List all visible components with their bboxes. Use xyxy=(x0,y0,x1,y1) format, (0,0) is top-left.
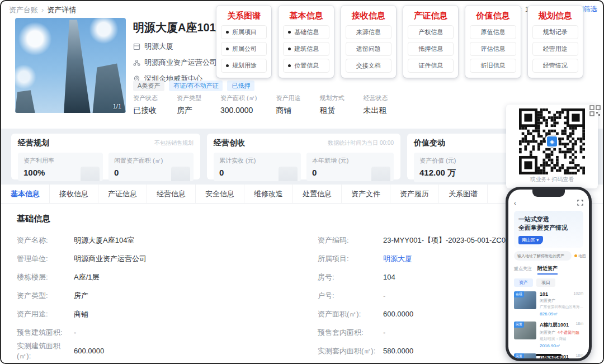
field-value: - xyxy=(74,328,318,337)
project-link[interactable]: 明源大厦 xyxy=(383,254,412,264)
stat-card-operation-planning: 经营规划 不包括销售规划 资产利用率 100% 闲置资产面积 (㎡) 0 xyxy=(11,134,200,179)
bullet-icon xyxy=(288,48,291,50)
phone-hero-title-line2: 全面掌握资产情况 xyxy=(518,224,579,232)
nav-item-label: 基础信息 xyxy=(294,28,319,36)
nav-card-value-info: 价值信息 原值信息 评估信息 折旧信息 xyxy=(465,6,520,78)
organization-icon xyxy=(133,59,140,67)
form-left-column: 资产名称:明源大厦A座104室 管理单位:明源商业资产运营公司 楼栋楼层:A座/… xyxy=(17,231,318,360)
field-presale-building-area: 预售建筑面积:- xyxy=(17,323,318,342)
tab-safety-info[interactable]: 安全信息 xyxy=(196,185,244,203)
breadcrumb-asset-ledger[interactable]: 资产台账 xyxy=(9,6,38,14)
nav-item[interactable]: 证件信息 xyxy=(408,59,454,73)
tab-receive-info[interactable]: 接收信息 xyxy=(50,185,98,203)
stat-utilization-rate: 资产利用率 100% xyxy=(18,153,103,181)
phone-filter-pills: 资产 项目 xyxy=(514,278,583,287)
tab-asset-files[interactable]: 资产文件 xyxy=(342,185,390,203)
nav-item[interactable]: 经营情况 xyxy=(532,59,578,73)
tab-certificate-info[interactable]: 产证信息 xyxy=(98,185,147,203)
stat-label: 资产利用率 xyxy=(23,157,97,165)
mini-qr-icon[interactable] xyxy=(589,105,601,116)
nav-item[interactable]: 位置信息 xyxy=(283,59,329,73)
nav-item-label: 所属项目 xyxy=(232,28,257,36)
phone-tab-nearby-assets[interactable]: 附近资产 xyxy=(537,265,558,275)
nav-item[interactable]: 交接文档 xyxy=(346,59,391,73)
breadcrumb-asset-detail: 资产详情 xyxy=(47,6,76,14)
stat-label: 累计实收 (元) xyxy=(219,157,295,165)
phone-back-icon[interactable]: ‹ xyxy=(514,200,516,206)
nav-item[interactable]: 产权信息 xyxy=(408,25,454,39)
field-value: 明源大厦A座104室 xyxy=(74,235,318,245)
phone-region-dropdown[interactable]: 南山区 ▾ xyxy=(518,236,543,244)
nav-item[interactable]: 折旧信息 xyxy=(470,59,516,73)
phone-home-indicator xyxy=(536,354,561,356)
field-label: 所属项目: xyxy=(318,254,383,264)
asset-item-area: 826.09㎡ xyxy=(540,311,583,317)
tab-basic-info[interactable]: 基本信息 xyxy=(1,185,50,203)
tab-operation-info[interactable]: 经营信息 xyxy=(147,185,196,203)
asset-tags: A类资产 有证/有不动产证 已抵押 xyxy=(133,81,254,91)
stat-year-new: 本年新增 (元) 0 xyxy=(306,153,394,181)
nav-item[interactable]: 遗留问题 xyxy=(346,42,391,56)
nav-card-planning-info: 规划信息 规划记录 经营用途 经营情况 xyxy=(528,6,583,78)
tab-maintenance[interactable]: 维修改造 xyxy=(244,185,293,203)
stat-watermark-icon xyxy=(81,167,100,181)
field-building-floor: 楼栋楼层:A座/1层 xyxy=(17,268,318,286)
nav-item[interactable]: 所属项目 xyxy=(221,25,267,39)
asset-tag-badge: 闲置 xyxy=(514,353,524,358)
asset-item-warning: 4个遗留问题 xyxy=(558,330,579,334)
tag-mortgaged: 已抵押 xyxy=(227,81,254,91)
field-label: 户号: xyxy=(318,291,383,301)
phone-pill-projects[interactable]: 项目 xyxy=(536,278,555,287)
field-value: 明源商业资产运营公司 xyxy=(74,254,318,264)
phone-asset-list-item[interactable]: 闲置 A栋/1层100118m 闲置资产4个遗留问题 规划/现状：商铺 2016… xyxy=(514,322,583,349)
project-row: 明源大厦 xyxy=(133,41,217,51)
nav-item-label: 评估信息 xyxy=(480,45,505,53)
nav-item-label: 产权信息 xyxy=(418,28,443,36)
stat-card-note: 数据统计时间为当日 00:00 xyxy=(328,139,394,147)
tab-relation-graph[interactable]: 关系图谱 xyxy=(439,185,488,203)
stat-card-operation-revenue: 经营创收 数据统计时间为当日 00:00 累计实收 (元) 0 本年新增 (元)… xyxy=(207,134,400,179)
asset-item-distance: 18m xyxy=(575,353,583,358)
phone-hero-banner: 一站式穿透 全面掌握资产情况 南山区 ▾ xyxy=(514,211,583,248)
field-value: 商铺 xyxy=(74,309,318,319)
phone-map-link[interactable]: 地图 xyxy=(574,253,586,259)
stat-watermark-icon xyxy=(371,167,390,181)
summary-label: 资产状态 xyxy=(133,94,158,102)
summary-value: 已接收 xyxy=(133,106,158,116)
breadcrumb-separator: › xyxy=(41,6,44,14)
stat-card-title: 价值变动 xyxy=(414,138,445,148)
nav-item[interactable]: 规划记录 xyxy=(532,25,578,39)
field-label: 房号: xyxy=(318,272,383,282)
phone-scan-icon[interactable] xyxy=(577,200,583,206)
tab-disposal-info[interactable]: 处置信息 xyxy=(293,185,342,203)
nav-item[interactable]: 规划用途 xyxy=(221,59,267,73)
nav-item[interactable]: 抵押信息 xyxy=(408,42,454,56)
nav-item[interactable]: 原值信息 xyxy=(470,25,516,39)
tab-asset-history[interactable]: 资产履历 xyxy=(390,185,439,203)
qr-code: ◈ xyxy=(519,108,585,174)
phone-pill-assets[interactable]: 资产 xyxy=(514,278,533,287)
nav-item[interactable]: 评估信息 xyxy=(470,42,516,56)
field-value: 600.0000 xyxy=(383,310,413,318)
qr-code-card: ◈ 或业务+ 扫码查看 xyxy=(506,105,598,188)
stat-idle-area: 闲置资产面积 (㎡) 0 xyxy=(108,153,194,181)
summary-asset-area: 资产面积 (㎡) 300.0000 xyxy=(220,94,271,116)
phone-tab-featured[interactable]: 重点关注 xyxy=(514,266,532,272)
field-label: 楼栋楼层: xyxy=(17,272,74,282)
nav-card-title: 基本信息 xyxy=(283,11,329,21)
asset-item-status: 闲置资产 xyxy=(540,298,583,304)
nav-item[interactable]: 来源信息 xyxy=(346,25,391,39)
nav-item[interactable]: 所属公司 xyxy=(221,42,267,56)
summary-label: 规划方式 xyxy=(319,94,344,102)
phone-search-input[interactable] xyxy=(514,251,572,261)
nav-item[interactable]: 建筑信息 xyxy=(283,42,329,56)
asset-tag-badge: 闲置 xyxy=(514,322,524,328)
bullet-icon xyxy=(288,31,291,34)
nav-item[interactable]: 经营用途 xyxy=(532,42,578,56)
field-value: - xyxy=(383,328,385,337)
phone-asset-list-item[interactable]: 在租 101102m 闲置资产 广东省深圳市南山区粤海街道 826.09㎡ xyxy=(514,291,583,317)
nav-item[interactable]: 基础信息 xyxy=(283,25,329,39)
stat-card-title: 经营规划 xyxy=(18,138,49,148)
phone-map-label: 地图 xyxy=(578,254,586,258)
asset-photo[interactable]: 1/1 xyxy=(15,18,126,113)
